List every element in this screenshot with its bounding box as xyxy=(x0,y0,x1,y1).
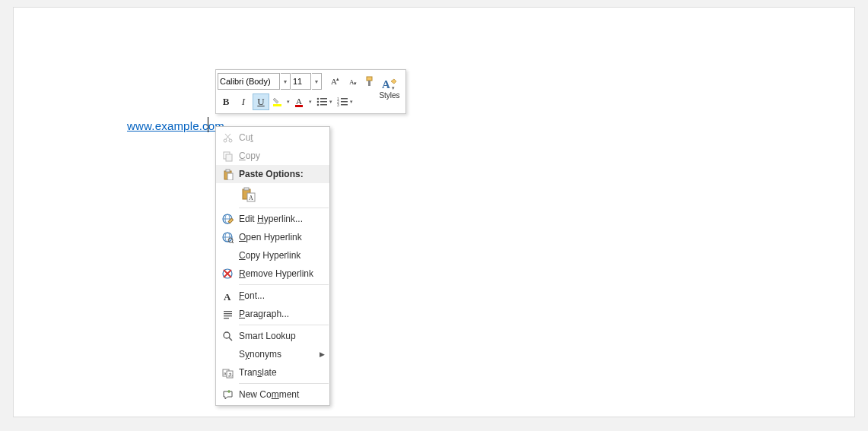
highlight-button[interactable]: ▾ xyxy=(270,93,291,110)
open-hyperlink-icon xyxy=(219,231,236,243)
submenu-arrow-icon: ▶ xyxy=(320,350,325,358)
svg-point-13 xyxy=(316,101,319,103)
grow-font-button[interactable]: A ▴ xyxy=(326,73,343,90)
menu-synonyms[interactable]: Synonyms ▶ xyxy=(216,345,329,363)
svg-rect-10 xyxy=(295,105,303,107)
menu-label: Font... xyxy=(236,290,325,301)
menu-copy-hyperlink[interactable]: Copy Hyperlink xyxy=(216,246,329,265)
menu-label: Remove Hyperlink xyxy=(236,268,325,279)
paragraph-icon xyxy=(219,309,236,320)
font-name-dropdown[interactable]: ▾ xyxy=(281,73,291,90)
svg-rect-12 xyxy=(320,98,327,100)
styles-label: Styles xyxy=(379,91,399,100)
svg-line-26 xyxy=(225,134,230,139)
font-color-button[interactable]: A ▾ xyxy=(292,93,313,110)
font-size-dropdown[interactable]: ▾ xyxy=(312,73,322,90)
svg-text:▾: ▾ xyxy=(392,85,395,90)
styles-button[interactable]: A ▾ Styles xyxy=(377,71,402,105)
svg-rect-30 xyxy=(226,170,230,172)
numbering-button[interactable]: 1 2 3 ▾ xyxy=(335,93,355,110)
dropdown-arrow-icon: ▾ xyxy=(309,99,312,105)
menu-label: Synonyms xyxy=(236,349,320,360)
menu-label: Edit Hyperlink... xyxy=(236,214,325,224)
svg-line-54 xyxy=(229,338,232,341)
svg-text:A: A xyxy=(224,291,231,302)
menu-font[interactable]: A Font... xyxy=(216,287,329,305)
highlight-icon xyxy=(272,96,286,108)
italic-button[interactable]: I xyxy=(235,93,252,110)
font-name-combo[interactable] xyxy=(218,73,280,90)
svg-rect-8 xyxy=(273,104,281,106)
menu-translate[interactable]: aあ Translate xyxy=(216,363,329,382)
menu-label: Copy xyxy=(236,151,325,161)
hyperlink-text[interactable]: www.example.com xyxy=(127,119,224,132)
translate-icon: aあ xyxy=(219,367,236,379)
remove-hyperlink-icon xyxy=(219,268,236,280)
svg-point-11 xyxy=(316,98,319,100)
menu-edit-hyperlink[interactable]: Edit Hyperlink... xyxy=(216,210,329,228)
bold-button[interactable]: B xyxy=(218,93,234,110)
shrink-font-button[interactable]: A ▾ xyxy=(344,73,361,90)
svg-text:あ: あ xyxy=(228,372,233,378)
format-painter-icon xyxy=(364,75,376,87)
context-menu: Cut Copy Paste Options: xyxy=(215,126,330,406)
menu-label: Open Hyperlink xyxy=(236,232,325,242)
paste-keep-text-icon: A xyxy=(241,187,256,202)
edit-hyperlink-icon xyxy=(219,213,236,225)
menu-smart-lookup[interactable]: Smart Lookup xyxy=(216,327,329,345)
grow-font-icon: A ▴ xyxy=(329,75,341,87)
menu-paragraph[interactable]: Paragraph... xyxy=(216,305,329,323)
svg-rect-5 xyxy=(368,81,370,86)
paste-keep-text-only[interactable]: A xyxy=(239,185,259,204)
svg-rect-20 xyxy=(341,101,348,103)
bullets-button[interactable]: ▾ xyxy=(314,93,334,110)
page[interactable]: www.example.com ▾ ▾ A ▴ A ▾ xyxy=(13,7,855,417)
svg-point-24 xyxy=(229,139,232,142)
separator xyxy=(239,325,329,325)
cut-icon xyxy=(219,132,236,144)
paste-options-gallery: A xyxy=(216,183,329,206)
menu-new-comment[interactable]: New Comment xyxy=(216,385,329,404)
svg-rect-22 xyxy=(341,104,348,106)
svg-rect-28 xyxy=(226,154,232,161)
svg-rect-33 xyxy=(244,188,249,190)
svg-rect-51 xyxy=(224,315,232,316)
svg-rect-31 xyxy=(227,173,233,180)
menu-copy: Copy xyxy=(216,147,329,165)
svg-text:A: A xyxy=(382,78,390,90)
dropdown-arrow-icon: ▾ xyxy=(350,99,353,105)
svg-text:▾: ▾ xyxy=(354,81,357,86)
separator xyxy=(239,284,329,285)
svg-point-15 xyxy=(316,104,319,106)
font-color-icon: A xyxy=(294,96,308,108)
font-size-combo[interactable] xyxy=(291,73,311,90)
document-area: www.example.com ▾ ▾ A ▴ A ▾ xyxy=(0,0,868,431)
svg-rect-16 xyxy=(320,104,327,106)
text-cursor xyxy=(208,117,208,132)
menu-cut: Cut xyxy=(216,128,329,147)
underline-button[interactable]: U xyxy=(253,93,269,110)
menu-label: Cut xyxy=(236,132,325,143)
styles-icon: A ▾ xyxy=(381,78,398,91)
menu-label: Copy Hyperlink xyxy=(236,250,325,261)
svg-rect-14 xyxy=(320,101,327,103)
svg-rect-49 xyxy=(224,311,232,312)
svg-text:A: A xyxy=(249,195,253,201)
menu-open-hyperlink[interactable]: Open Hyperlink xyxy=(216,228,329,246)
svg-rect-18 xyxy=(341,98,348,100)
menu-paste-options-header: Paste Options: xyxy=(216,165,329,183)
menu-remove-hyperlink[interactable]: Remove Hyperlink xyxy=(216,265,329,283)
font-icon: A xyxy=(219,290,236,302)
dropdown-arrow-icon: ▾ xyxy=(329,99,332,105)
menu-label: New Comment xyxy=(236,389,325,400)
svg-text:3: 3 xyxy=(337,103,339,107)
dropdown-arrow-icon: ▾ xyxy=(287,99,290,105)
menu-label: Paste Options: xyxy=(236,169,325,179)
copy-icon xyxy=(219,151,236,162)
svg-rect-4 xyxy=(367,77,372,81)
numbering-icon: 1 2 3 xyxy=(337,97,349,107)
mini-toolbar: ▾ ▾ A ▴ A ▾ xyxy=(215,69,406,114)
format-painter-button[interactable] xyxy=(361,73,378,90)
menu-label: Translate xyxy=(236,367,325,378)
menu-label: Paragraph... xyxy=(236,309,325,319)
